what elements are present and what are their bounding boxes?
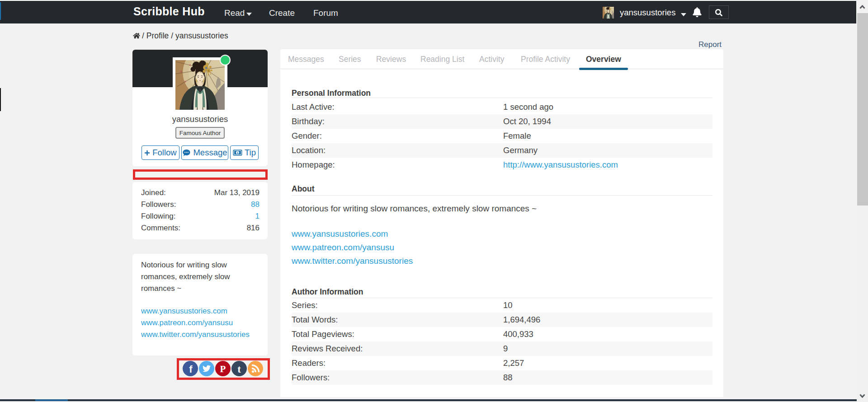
svg-text:f: f <box>189 364 193 375</box>
svg-text:P: P <box>220 364 226 374</box>
svg-text:t: t <box>237 364 241 375</box>
svg-text:1: 1 <box>236 151 238 155</box>
